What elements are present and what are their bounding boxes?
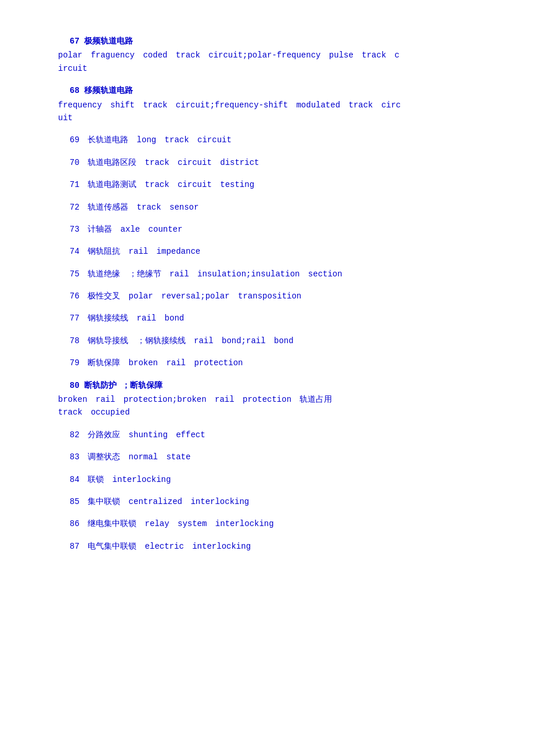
entry-76-title-inline: 76 极性交叉 polar reversal;polar transpositi…	[58, 290, 499, 303]
entry-67-def: ircuit	[58, 62, 499, 75]
entry-80-def: broken rail protection;broken rail prote…	[58, 393, 499, 406]
entry-87-title-inline: 87 电气集中联锁 electric interlocking	[58, 540, 499, 553]
entry-69: 69 长轨道电路 long track circuit	[58, 134, 499, 146]
entry-74: 74 钢轨阻抗 rail impedance	[58, 245, 499, 258]
entry-78-title-inline: 78 钢轨导接线 ；钢轨接续线 rail bond;rail bond	[58, 334, 499, 347]
entry-72-title-inline: 72 轨道传感器 track sensor	[58, 201, 499, 214]
entry-86-title-inline: 86 继电集中联锁 relay system interlocking	[58, 517, 499, 530]
entry-70: 70 轨道电路区段 track circuit district	[58, 156, 499, 169]
entry-82-title-inline: 82 分路效应 shunting effect	[58, 429, 499, 441]
entry-80-title: 80 断轨防护 ；断轨保障	[58, 379, 499, 392]
entry-84-title-inline: 84 联锁 interlocking	[58, 473, 499, 486]
entry-85: 85 集中联锁 centralized interlocking	[58, 495, 499, 508]
entry-85-title-inline: 85 集中联锁 centralized interlocking	[58, 495, 499, 508]
entry-75: 75 轨道绝缘 ；绝缘节 rail insulation;insulation …	[58, 268, 499, 280]
entry-76: 76 极性交叉 polar reversal;polar transpositi…	[58, 290, 499, 303]
entry-67-def: polar fraguency coded track circuit;pola…	[58, 49, 499, 62]
entry-82: 82 分路效应 shunting effect	[58, 429, 499, 441]
entry-67-title: 67 极频轨道电路	[58, 35, 499, 48]
entry-84: 84 联锁 interlocking	[58, 473, 499, 486]
entry-83: 83 调整状态 normal state	[58, 451, 499, 463]
entry-69-title-inline: 69 长轨道电路 long track circuit	[58, 134, 499, 146]
entry-68-def: uit	[58, 111, 499, 124]
entry-78: 78 钢轨导接线 ；钢轨接续线 rail bond;rail bond	[58, 334, 499, 347]
entry-77-title-inline: 77 钢轨接续线 rail bond	[58, 312, 499, 325]
entry-67: 67 极频轨道电路polar fraguency coded track cir…	[58, 35, 499, 75]
entry-68-title: 68 移频轨道电路	[58, 84, 499, 97]
entry-74-title-inline: 74 钢轨阻抗 rail impedance	[58, 245, 499, 258]
main-content: 67 极频轨道电路polar fraguency coded track cir…	[58, 35, 499, 553]
entry-71-title-inline: 71 轨道电路测试 track circuit testing	[58, 178, 499, 191]
entry-70-title-inline: 70 轨道电路区段 track circuit district	[58, 156, 499, 169]
entry-86: 86 继电集中联锁 relay system interlocking	[58, 517, 499, 530]
entry-83-title-inline: 83 调整状态 normal state	[58, 451, 499, 463]
entry-77: 77 钢轨接续线 rail bond	[58, 312, 499, 325]
entry-68: 68 移频轨道电路frequency shift track circuit;f…	[58, 84, 499, 124]
entry-73: 73 计轴器 axle counter	[58, 223, 499, 236]
entry-71: 71 轨道电路测试 track circuit testing	[58, 178, 499, 191]
entry-68-def: frequency shift track circuit;frequency-…	[58, 99, 499, 111]
entry-73-title-inline: 73 计轴器 axle counter	[58, 223, 499, 236]
entry-79-title-inline: 79 断轨保障 broken rail protection	[58, 357, 499, 369]
entry-79: 79 断轨保障 broken rail protection	[58, 357, 499, 369]
entry-80: 80 断轨防护 ；断轨保障broken rail protection;brok…	[58, 379, 499, 419]
entry-72: 72 轨道传感器 track sensor	[58, 201, 499, 214]
entry-75-title-inline: 75 轨道绝缘 ；绝缘节 rail insulation;insulation …	[58, 268, 499, 280]
entry-80-def: track occupied	[58, 406, 499, 419]
entry-87: 87 电气集中联锁 electric interlocking	[58, 540, 499, 553]
